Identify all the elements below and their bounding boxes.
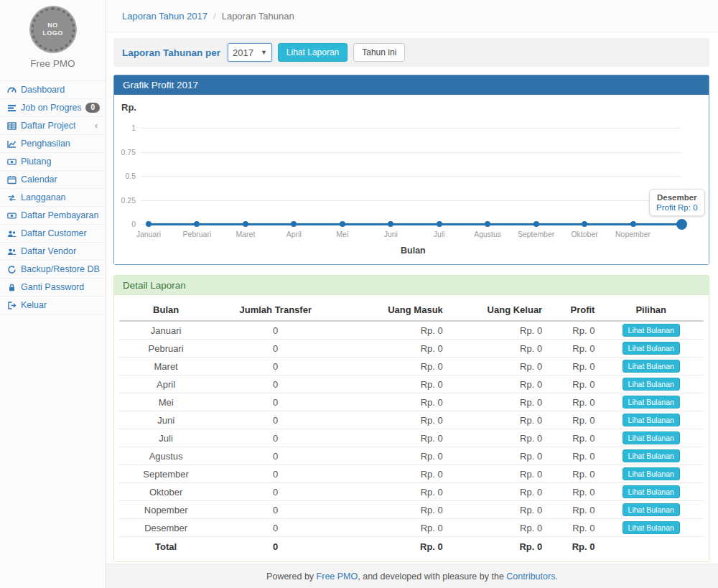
cell-action: Lihat Bulanan	[598, 429, 704, 447]
cell-uang-masuk: Rp. 0	[338, 519, 447, 537]
view-monthly-button[interactable]: Lihat Bulanan	[623, 431, 680, 444]
data-point-januari[interactable]	[146, 221, 151, 227]
profit-series-line	[149, 223, 681, 225]
sidebar-item-langganan[interactable]: Langganan	[0, 189, 106, 207]
caret-down-icon: ▼	[261, 49, 267, 56]
year-select[interactable]: 2017 ▼	[228, 43, 272, 62]
cell-uang-masuk: Rp. 0	[338, 375, 447, 393]
view-monthly-button[interactable]: Lihat Bulanan	[623, 503, 680, 516]
data-point-mei[interactable]	[340, 221, 345, 227]
data-point-juni[interactable]	[388, 221, 393, 227]
this-year-button[interactable]: Tahun ini	[353, 43, 405, 62]
breadcrumb-separator: /	[213, 11, 216, 22]
calendar-icon	[6, 175, 17, 185]
detail-report-panel: Detail Laporan Bulan Jumlah Transfer Uan…	[113, 275, 709, 562]
tooltip-month: Desember	[656, 193, 698, 202]
sidebar-item-daftar-pembayaran[interactable]: Daftar Pembayaran	[0, 207, 106, 225]
breadcrumb: Laporan Tahun 2017 / Laporan Tahunan	[106, 0, 718, 32]
view-monthly-button[interactable]: Lihat Bulanan	[623, 449, 680, 462]
cell-action: Lihat Bulanan	[598, 483, 704, 501]
cell-month: Pebruari	[119, 340, 213, 358]
sidebar-item-daftar-vendor[interactable]: Daftar Vendor	[0, 243, 106, 261]
footer-text: Powered by Free PMO, and developed with …	[266, 571, 558, 582]
column-header-uang-masuk: Uang Masuk	[338, 299, 447, 321]
sidebar-item-backup-restore-db[interactable]: Backup/Restore DB	[0, 261, 106, 279]
cell-profit: Rp. 0	[546, 358, 598, 375]
sidebar-item-dashboard[interactable]: Dashboard	[0, 81, 106, 99]
data-point-oktober[interactable]	[582, 221, 587, 227]
table-icon	[6, 121, 17, 131]
cell-month: Mei	[119, 393, 213, 411]
view-monthly-button[interactable]: Lihat Bulanan	[623, 485, 680, 498]
view-monthly-button[interactable]: Lihat Bulanan	[623, 360, 680, 373]
cell-uang-masuk: Rp. 0	[338, 340, 447, 358]
cell-profit: Rp. 0	[546, 483, 598, 501]
sidebar-item-penghasilan[interactable]: Penghasilan	[0, 135, 106, 153]
data-point-desember[interactable]	[676, 219, 687, 230]
view-monthly-button[interactable]: Lihat Bulanan	[623, 396, 680, 409]
data-point-nopember[interactable]	[630, 221, 636, 227]
y-axis-tick: 0	[114, 220, 136, 228]
x-axis-tick: Pebruari	[171, 230, 223, 238]
app-window: NO LOGO Free PMO Dashboard Job on Progre…	[0, 0, 718, 588]
view-monthly-button[interactable]: Lihat Bulanan	[623, 414, 680, 426]
sidebar-item-keluar[interactable]: Keluar	[0, 297, 106, 314]
cell-action: Lihat Bulanan	[598, 358, 704, 375]
view-monthly-button[interactable]: Lihat Bulanan	[623, 378, 680, 391]
cell-uang-keluar: Rp. 0	[447, 411, 546, 429]
free-pmo-link[interactable]: Free PMO	[317, 571, 358, 582]
data-point-maret[interactable]	[243, 221, 248, 227]
view-report-button[interactable]: Lihat Laporan	[278, 43, 348, 62]
cell-month: Maret	[119, 358, 213, 375]
table-row: Mei0Rp. 0Rp. 0Rp. 0Lihat Bulanan	[119, 393, 704, 411]
gridline	[141, 200, 681, 201]
table-row: Maret0Rp. 0Rp. 0Rp. 0Lihat Bulanan	[119, 358, 704, 375]
sidebar-item-label: Backup/Restore DB	[21, 264, 100, 274]
view-monthly-button[interactable]: Lihat Bulanan	[623, 324, 680, 337]
year-select-value: 2017	[233, 47, 253, 58]
y-axis-tick: 0.25	[114, 196, 136, 205]
table-row: Juni0Rp. 0Rp. 0Rp. 0Lihat Bulanan	[119, 411, 704, 429]
report-filter-bar: Laporan Tahunan per 2017 ▼ Lihat Laporan…	[113, 38, 709, 67]
contributors-link[interactable]: Contributors	[506, 571, 555, 582]
x-axis-tick: Mei	[317, 230, 368, 238]
view-monthly-button[interactable]: Lihat Bulanan	[623, 467, 680, 480]
footer: Powered by Free PMO, and developed with …	[106, 564, 718, 588]
cell-action: Lihat Bulanan	[598, 393, 704, 411]
table-row: Juli0Rp. 0Rp. 0Rp. 0Lihat Bulanan	[119, 429, 704, 447]
sidebar-item-piutang[interactable]: Piutang	[0, 153, 106, 171]
total-row: Total 0 Rp. 0 Rp. 0 Rp. 0	[119, 537, 704, 555]
sidebar-item-calendar[interactable]: Calendar	[0, 171, 106, 189]
view-monthly-button[interactable]: Lihat Bulanan	[623, 521, 680, 534]
users-icon	[6, 247, 17, 256]
sidebar: NO LOGO Free PMO Dashboard Job on Progre…	[0, 0, 106, 588]
sidebar-item-ganti-password[interactable]: Ganti Password	[0, 279, 106, 297]
job-count-badge: 0	[85, 103, 100, 113]
sidebar-item-job-on-progress[interactable]: Job on Progress 0	[0, 99, 106, 117]
sidebar-item-label: Piutang	[21, 157, 51, 167]
dashboard-icon	[6, 85, 17, 95]
data-point-agustus[interactable]	[485, 221, 490, 227]
cell-uang-keluar: Rp. 0	[447, 340, 546, 358]
sidebar-item-daftar-project[interactable]: Daftar Project ‹	[0, 117, 106, 135]
y-axis-tick: 0.5	[114, 172, 136, 180]
data-point-september[interactable]	[533, 221, 539, 227]
cell-month: Januari	[119, 321, 213, 340]
line-chart-icon	[6, 139, 17, 149]
x-axis-tick: Maret	[220, 230, 271, 238]
cell-jumlah-transfer: 0	[213, 483, 338, 501]
data-point-pebruari[interactable]	[194, 221, 200, 227]
breadcrumb-link[interactable]: Laporan Tahun 2017	[122, 11, 208, 22]
total-uang-keluar: Rp. 0	[447, 537, 546, 555]
sidebar-item-label: Job on Progress	[21, 103, 81, 113]
retweet-icon	[6, 193, 17, 202]
profit-line-chart: Rp. Bulan Desember Profit Rp: 0 00.250.5…	[114, 95, 709, 264]
sidebar-item-label: Penghasilan	[21, 139, 70, 149]
total-label: Total	[119, 537, 213, 555]
cell-action: Lihat Bulanan	[598, 501, 704, 519]
cell-action: Lihat Bulanan	[598, 465, 704, 483]
sidebar-item-daftar-customer[interactable]: Daftar Customer	[0, 225, 106, 243]
data-point-april[interactable]	[291, 221, 297, 227]
view-monthly-button[interactable]: Lihat Bulanan	[623, 342, 680, 355]
data-point-juli[interactable]	[437, 221, 442, 227]
